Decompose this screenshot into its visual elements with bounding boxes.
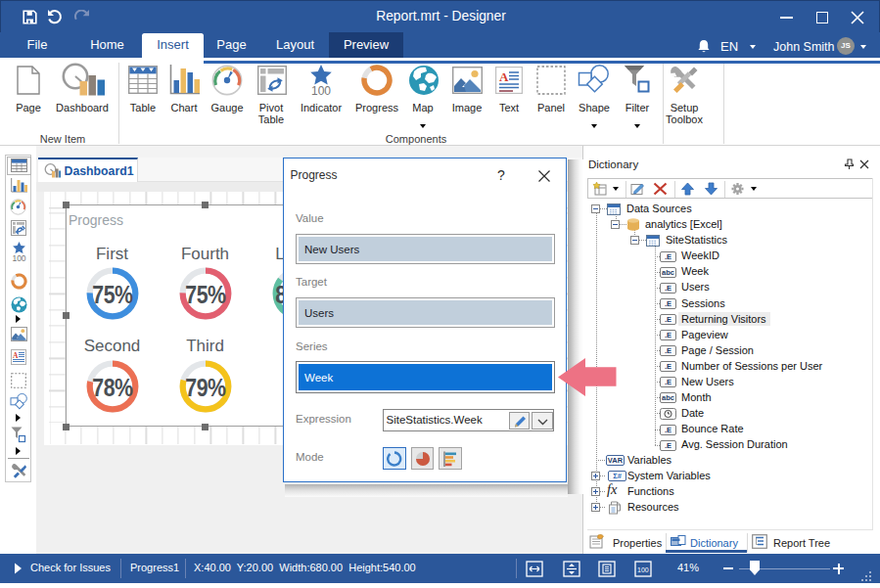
svg-text:A: A (499, 69, 509, 84)
svg-text:100: 100 (637, 566, 649, 573)
svg-text:A: A (13, 351, 19, 360)
